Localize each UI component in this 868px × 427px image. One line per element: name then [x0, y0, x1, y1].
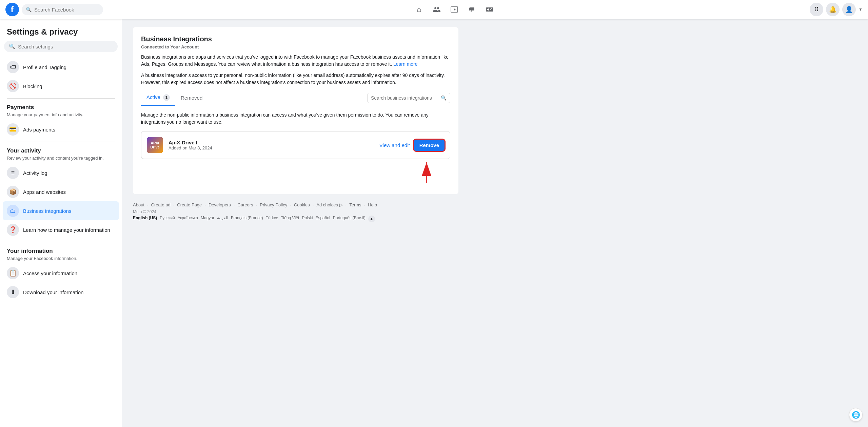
integration-info: ApiX-Drive I Added on Mar 8, 2024 [169, 140, 374, 150]
sidebar-item-label: Apps and websites [23, 189, 66, 195]
your-activity-section-sub: Review your activity and content you're … [3, 156, 119, 163]
search-input[interactable] [34, 7, 99, 13]
grid-menu-button[interactable]: ⠿ [810, 3, 823, 16]
tab-removed-label: Removed [181, 95, 202, 101]
page-subtitle: Connected to Your Account [141, 44, 450, 49]
access-information-icon: 📋 [7, 267, 19, 279]
sidebar-divider [7, 242, 115, 242]
search-bar: 🔍 [22, 4, 103, 15]
sidebar-item-download-information[interactable]: ⬇ Download your information [3, 283, 119, 302]
footer-link-create-ad[interactable]: Create ad [151, 202, 171, 207]
search-icon: 🔍 [26, 7, 32, 12]
sidebar-item-label: Ads payments [23, 127, 55, 133]
sidebar-divider [7, 142, 115, 142]
learn-more-link[interactable]: Learn more [393, 61, 418, 67]
footer-lang-spanish[interactable]: Español [315, 216, 330, 222]
sidebar-item-label: Blocking [23, 83, 42, 89]
tab-search-icon: 🔍 [441, 95, 447, 101]
tab-removed[interactable]: Removed [175, 90, 208, 106]
integration-logo: APIX Drive [147, 137, 163, 153]
notifications-button[interactable]: 🔔 [826, 3, 840, 16]
page-desc-1: Business integrations are apps and servi… [141, 54, 450, 68]
footer-lang-polish[interactable]: Polski [302, 216, 313, 222]
sidebar-item-blocking[interactable]: 🚫 Blocking [3, 77, 119, 96]
learn-manage-icon: ❓ [7, 224, 19, 236]
topnav-left: f 🔍 [5, 3, 114, 16]
sidebar-item-business-integrations[interactable]: 🗂 Business integrations [3, 201, 119, 220]
nav-marketplace-button[interactable] [464, 1, 480, 18]
footer-lang-ukrainian[interactable]: Українська [178, 216, 198, 222]
sidebar-divider [7, 98, 115, 99]
integration-name: ApiX-Drive I [169, 140, 374, 145]
footer-languages: English (US) Русский Українська Magyar ا… [133, 216, 458, 222]
footer-link-careers[interactable]: Careers [237, 202, 253, 207]
footer-lang-russian[interactable]: Русский [160, 216, 175, 222]
sidebar-item-learn-manage[interactable]: ❓ Learn how to manage your information [3, 220, 119, 239]
download-information-icon: ⬇ [7, 286, 19, 298]
ads-payments-icon: 💳 [7, 123, 19, 136]
profile-button[interactable]: 👤 [842, 3, 856, 16]
footer-meta: Meta © 2024 [133, 209, 458, 214]
tabs-bar: Active 1 Removed 🔍 [141, 90, 450, 106]
sidebar-item-label: Download your information [23, 289, 83, 295]
nav-home-button[interactable]: ⌂ [411, 1, 427, 18]
tab-active-label: Active [146, 94, 160, 100]
integration-actions: View and edit Remove [379, 140, 445, 151]
footer-lang-turkish[interactable]: Türkçe [266, 216, 278, 222]
sidebar-item-label: Access your information [23, 270, 77, 276]
globe-button[interactable]: 🌐 [849, 408, 863, 422]
footer-lang-vietnamese[interactable]: Tiếng Việt [281, 216, 299, 222]
footer-link-terms[interactable]: Terms [349, 202, 361, 207]
footer-link-create-page[interactable]: Create Page [177, 202, 202, 207]
your-information-section-sub: Manage your Facebook information. [3, 256, 119, 264]
apps-websites-icon: 📦 [7, 186, 19, 198]
nav-friends-button[interactable] [429, 1, 445, 18]
view-edit-link[interactable]: View and edit [379, 142, 410, 148]
sidebar-title: Settings & privacy [3, 24, 119, 41]
sidebar-item-label: Business integrations [23, 208, 72, 214]
sidebar-item-apps-websites[interactable]: 📦 Apps and websites [3, 182, 119, 201]
footer-link-cookies[interactable]: Cookies [294, 202, 310, 207]
sidebar-item-label: Activity log [23, 170, 47, 176]
footer-lang-portuguese[interactable]: Português (Brasil) [333, 216, 366, 222]
footer-lang-english[interactable]: English (US) [133, 216, 157, 222]
your-information-section-title: Your information [3, 245, 119, 256]
payments-section-sub: Manage your payment info and activity. [3, 112, 119, 120]
footer-link-about[interactable]: About [133, 202, 144, 207]
sidebar-item-activity-log[interactable]: ≡ Activity log [3, 163, 119, 182]
integration-search-input[interactable] [371, 95, 439, 101]
sidebar-item-label: Profile and Tagging [23, 64, 66, 70]
sidebar-item-label: Learn how to manage your information [23, 227, 110, 233]
footer-link-developers[interactable]: Developers [209, 202, 231, 207]
topnav-right: ⠿ 🔔 👤 ▼ [795, 3, 863, 16]
page-desc-2: A business integration's access to your … [141, 72, 450, 86]
sidebar-search-input[interactable] [18, 44, 113, 49]
dropdown-arrow: ▼ [859, 7, 863, 12]
logo-letter: f [11, 5, 14, 14]
nav-gaming-button[interactable] [481, 1, 498, 18]
nav-watch-button[interactable] [446, 1, 462, 18]
facebook-logo[interactable]: f [5, 3, 19, 16]
sidebar-item-ads-payments[interactable]: 💳 Ads payments [3, 120, 119, 139]
tab-active[interactable]: Active 1 [141, 90, 175, 106]
footer-link-privacy-policy[interactable]: Privacy Policy [260, 202, 287, 207]
more-languages-button[interactable]: + [368, 216, 375, 222]
footer-lang-arabic[interactable]: العربية [217, 216, 228, 222]
activity-log-icon: ≡ [7, 167, 19, 179]
integration-item: APIX Drive ApiX-Drive I Added on Mar 8, … [141, 131, 450, 159]
business-integrations-icon: 🗂 [7, 205, 19, 217]
footer-lang-french[interactable]: Français (France) [231, 216, 263, 222]
manage-description: Manage the non-public information a busi… [141, 111, 450, 126]
your-activity-section-title: Your activity [3, 145, 119, 156]
main-content: Business Integrations Connected to Your … [122, 19, 868, 427]
content-card: Business Integrations Connected to Your … [133, 27, 458, 194]
footer-link-help[interactable]: Help [368, 202, 377, 207]
footer-link-ad-choices[interactable]: Ad choices ▷ [316, 202, 342, 207]
red-arrow-annotation [406, 159, 433, 186]
footer-lang-magyar[interactable]: Magyar [201, 216, 214, 222]
sidebar-item-profile-tagging[interactable]: 🏷 Profile and Tagging [3, 58, 119, 77]
top-navigation: f 🔍 ⌂ ⠿ 🔔 👤 ▼ [0, 0, 868, 19]
footer-links: About · Create ad · Create Page · Develo… [133, 202, 458, 207]
sidebar-item-access-information[interactable]: 📋 Access your information [3, 264, 119, 283]
remove-button[interactable]: Remove [414, 140, 445, 151]
